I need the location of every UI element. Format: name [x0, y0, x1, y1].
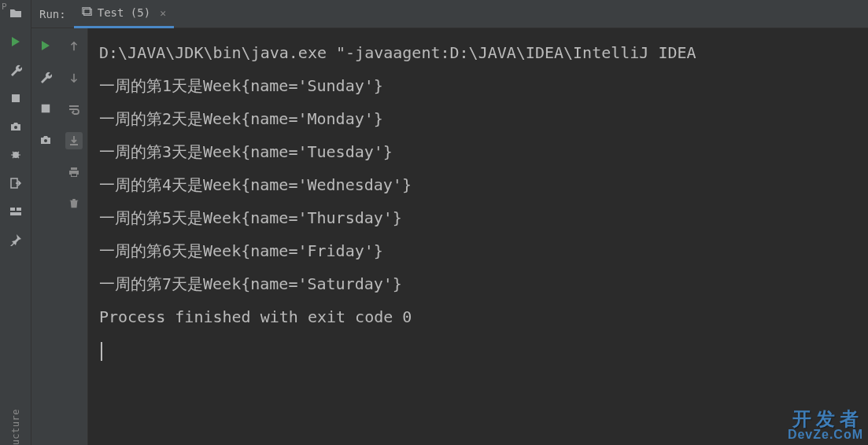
- stop-button[interactable]: [38, 101, 54, 116]
- run-triangle-icon[interactable]: [9, 35, 23, 49]
- main-area: Run: Test (5) ✕: [31, 0, 868, 445]
- trash-icon[interactable]: [65, 195, 83, 212]
- console-output[interactable]: D:\JAVA\JDK\bin\java.exe "-javaagent:D:\…: [88, 28, 868, 445]
- console-line: 一周的第6天是Week{name='Friday'}: [99, 234, 857, 267]
- tab-test[interactable]: Test (5) ✕: [74, 0, 174, 28]
- close-icon[interactable]: ✕: [160, 7, 166, 19]
- run-label: Run:: [31, 8, 74, 20]
- exit-icon[interactable]: [9, 176, 23, 190]
- rerun-button[interactable]: [38, 38, 54, 53]
- console-line: 一周的第1天是Week{name='Sunday'}: [99, 69, 857, 102]
- svg-rect-4: [10, 208, 15, 211]
- wrench-icon[interactable]: [9, 63, 23, 77]
- svg-rect-6: [10, 212, 21, 215]
- console-line: 一周的第4天是Week{name='Wednesday'}: [99, 168, 857, 201]
- tab-bar: Run: Test (5) ✕: [31, 0, 868, 28]
- up-arrow-icon[interactable]: [65, 38, 83, 55]
- folder-icon[interactable]: [9, 6, 23, 20]
- console-line: 一周的第2天是Week{name='Monday'}: [99, 102, 857, 135]
- console-line: D:\JAVA\JDK\bin\java.exe "-javaagent:D:\…: [99, 36, 857, 69]
- left-tool-gutter: P ucture: [0, 0, 31, 445]
- console-line: 一周的第7天是Week{name='Saturday'}: [99, 267, 857, 300]
- layout-icon[interactable]: [9, 204, 23, 219]
- camera-icon[interactable]: [9, 120, 23, 134]
- console-line: 一周的第5天是Week{name='Thursday'}: [99, 201, 857, 234]
- nav-column: [60, 28, 88, 445]
- left-panel-label-bottom[interactable]: ucture: [10, 401, 21, 445]
- svg-point-10: [44, 139, 47, 142]
- left-panel-label-top[interactable]: P: [2, 2, 7, 12]
- print-icon[interactable]: [65, 164, 83, 181]
- svg-rect-5: [17, 208, 21, 211]
- action-column: [31, 28, 60, 445]
- scroll-to-end-icon[interactable]: [65, 132, 83, 149]
- pin-icon[interactable]: [9, 233, 23, 247]
- svg-rect-11: [72, 174, 76, 176]
- content-row: D:\JAVA\JDK\bin\java.exe "-javaagent:D:\…: [31, 28, 868, 445]
- dump-button[interactable]: [38, 132, 54, 148]
- bug-icon[interactable]: [9, 148, 23, 162]
- svg-rect-0: [12, 94, 20, 102]
- svg-point-1: [14, 126, 17, 129]
- tab-label: Test (5): [98, 6, 150, 19]
- soft-wrap-icon[interactable]: [65, 101, 83, 118]
- settings-button[interactable]: [38, 69, 54, 85]
- stop-square-icon[interactable]: [9, 91, 23, 105]
- text-cursor: [101, 342, 102, 361]
- svg-rect-9: [42, 105, 50, 113]
- down-arrow-icon[interactable]: [65, 69, 83, 86]
- console-line: 一周的第3天是Week{name='Tuesday'}: [99, 135, 857, 168]
- window-icon: [82, 6, 93, 20]
- console-line: Process finished with exit code 0: [99, 300, 857, 333]
